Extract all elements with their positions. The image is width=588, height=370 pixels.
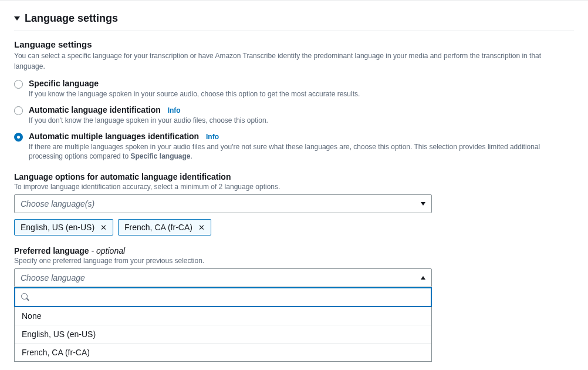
chevron-up-icon	[421, 276, 425, 280]
token-en-us: English, US (en-US) ✕	[14, 219, 113, 236]
preferred-label-main: Preferred language	[14, 246, 92, 255]
radio-icon-selected	[14, 133, 23, 142]
radio-desc-auto: If you don't know the language spoken in…	[29, 116, 574, 126]
preferred-language-placeholder: Choose language	[21, 273, 85, 282]
dropdown-search-row[interactable]	[14, 287, 432, 307]
language-options-select[interactable]: Choose language(s)	[14, 194, 432, 213]
token-fr-ca: French, CA (fr-CA) ✕	[118, 219, 211, 236]
collapse-icon	[14, 16, 20, 21]
preferred-label-optional: - optional	[92, 246, 126, 255]
selected-language-tokens: English, US (en-US) ✕ French, CA (fr-CA)…	[14, 219, 574, 236]
dropdown-list: None English, US (en-US) French, CA (fr-…	[14, 307, 432, 362]
language-options-desc: To improve language identification accur…	[14, 183, 574, 191]
radio-option-auto[interactable]: Automatic language identification Info I…	[14, 105, 574, 126]
section-title: Language settings	[25, 12, 118, 25]
token-remove-icon[interactable]: ✕	[100, 224, 107, 231]
radio-icon	[14, 106, 23, 115]
preferred-language-label: Preferred language - optional	[14, 246, 574, 255]
radio-option-specific[interactable]: Specific language If you know the langua…	[14, 79, 574, 99]
dropdown-item-fr-ca[interactable]: French, CA (fr-CA)	[15, 343, 431, 361]
token-label: English, US (en-US)	[21, 223, 94, 232]
info-link-auto[interactable]: Info	[168, 106, 181, 115]
chevron-down-icon	[421, 202, 425, 206]
radio-icon	[14, 80, 23, 89]
language-mode-radio-group: Specific language If you know the langua…	[14, 79, 574, 162]
section-header[interactable]: Language settings	[14, 12, 574, 31]
radio-label-auto: Automatic language identification	[29, 105, 161, 115]
radio-label-specific: Specific language	[29, 79, 99, 88]
dropdown-item-none[interactable]: None	[15, 307, 431, 325]
subsection-description: You can select a specific language for y…	[14, 51, 574, 72]
radio-option-multi[interactable]: Automatic multiple languages identificat…	[14, 132, 574, 162]
token-remove-icon[interactable]: ✕	[198, 224, 205, 231]
radio-label-multi: Automatic multiple languages identificat…	[29, 132, 199, 141]
radio-desc-specific: If you know the language spoken in your …	[29, 89, 574, 99]
subsection-heading: Language settings	[14, 39, 574, 49]
preferred-language-select[interactable]: Choose language	[14, 268, 432, 287]
language-options-placeholder: Choose language(s)	[21, 199, 94, 208]
search-icon	[21, 293, 29, 301]
token-label: French, CA (fr-CA)	[124, 223, 192, 232]
preferred-language-field: Preferred language - optional Specify on…	[14, 246, 574, 362]
language-options-field: Language options for automatic language …	[14, 172, 574, 236]
info-link-multi[interactable]: Info	[206, 133, 219, 141]
dropdown-item-en-us[interactable]: English, US (en-US)	[15, 325, 431, 343]
preferred-language-dropdown: Choose language None English, US (en-US)…	[14, 268, 432, 362]
preferred-language-desc: Specify one preferred language from your…	[14, 257, 574, 265]
radio-desc-multi-suffix: .	[190, 152, 192, 160]
radio-desc-multi-text: If there are multiple languages spoken i…	[29, 143, 540, 161]
radio-desc-multi-bold: Specific language	[130, 152, 190, 160]
language-options-label: Language options for automatic language …	[14, 172, 574, 181]
radio-desc-multi: If there are multiple languages spoken i…	[29, 142, 574, 162]
